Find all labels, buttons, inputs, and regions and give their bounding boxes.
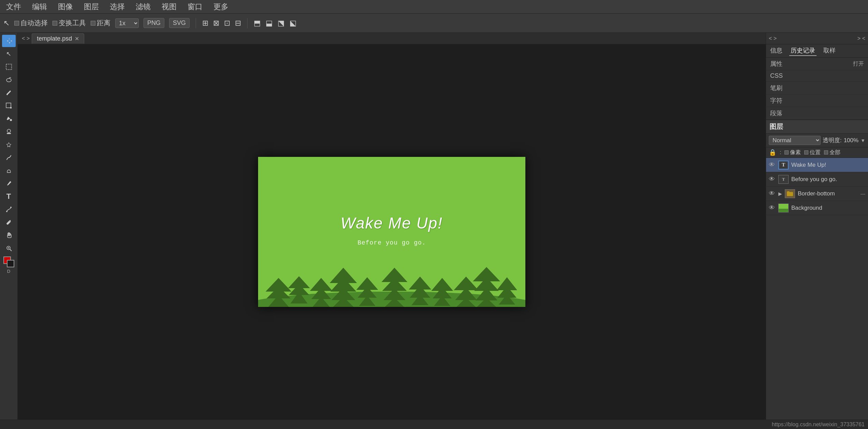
transform-toggle[interactable]: 变换工具 [53,18,86,28]
svg-rect-0 [6,64,12,70]
lock-position-label: 位置 [810,149,821,156]
dodge-tool[interactable] [2,164,16,177]
svg-rect-3 [6,103,11,108]
menu-window[interactable]: 窗口 [185,1,205,13]
transform-checkbox[interactable] [53,21,57,26]
layer-mode-select[interactable]: Normal Multiply Screen Overlay [769,136,821,145]
layer-thumb-before-you-go: T [778,175,789,184]
menu-view[interactable]: 视图 [160,1,179,13]
svg-button[interactable]: SVG [169,18,190,28]
file-tab[interactable]: template.psd ✕ [32,33,84,44]
tab-close-icon[interactable]: ✕ [75,35,79,42]
layer-name-background: Background [791,205,865,211]
align-center-icon[interactable]: ⊠ [213,19,219,28]
layer-visibility-border-bottom[interactable]: 👁 [769,190,776,197]
canvas-container: < > template.psd ✕ Wake Me Up! Before yo… [18,33,766,419]
menu-more[interactable]: 更多 [211,1,230,13]
lock-all-checkbox[interactable] [824,150,828,154]
props-label: 属性 [770,60,782,68]
eyedropper-tool[interactable] [2,216,16,228]
opacity-label: 透明度: [823,136,842,144]
svg-rect-7 [7,133,11,134]
align-right-icon[interactable]: ⊡ [224,19,230,28]
prop-row-para[interactable]: 段落 [766,107,868,120]
blur-tool[interactable] [2,138,16,151]
lock-pixel-toggle[interactable]: 像素 [784,149,801,156]
background-color[interactable] [7,260,14,267]
opacity-value[interactable]: 100% [844,137,858,144]
move-tool[interactable] [2,35,16,47]
prop-row-brush[interactable]: 笔刷 [766,82,868,94]
text-tool[interactable]: T [2,190,16,203]
tab-info[interactable]: 信息 [769,46,784,56]
layer-expand-border-bottom[interactable]: ▶ [778,191,782,196]
layers-controls: Normal Multiply Screen Overlay 透明度: 100%… [766,134,868,147]
menu-image[interactable]: 图像 [56,1,75,13]
distribute-center-icon[interactable]: ⬓ [266,19,273,28]
menu-edit[interactable]: 编辑 [30,1,49,13]
layer-item-background[interactable]: 👁 Background [766,201,868,215]
path-tool[interactable] [2,203,16,216]
toolbar-separator [196,18,196,28]
lock-all-toggle[interactable]: 全部 [824,149,840,156]
arrow-tool[interactable]: ↖ [2,48,16,60]
para-label: 段落 [770,109,782,117]
brush-tool[interactable] [2,87,16,99]
lock-position-checkbox[interactable] [804,150,808,154]
menu-select[interactable]: 选择 [108,1,127,13]
distribute-left-icon[interactable]: ⬒ [254,19,261,28]
svg-rect-4 [10,107,12,108]
align-left-icon[interactable]: ⊞ [202,19,208,28]
menu-layer[interactable]: 图层 [82,1,101,13]
hand-tool[interactable] [2,229,16,241]
tab-sample[interactable]: 取样 [822,46,837,56]
layer-visibility-background[interactable]: 👁 [769,204,776,211]
prop-row-css[interactable]: CSS [766,70,868,82]
layer-item-border-bottom[interactable]: 👁 ▶ Border-bottom — [766,187,868,201]
paint-bucket-tool[interactable] [2,113,16,125]
prop-row-char[interactable]: 字符 [766,94,868,107]
pen-tool[interactable] [2,177,16,190]
layer-item-before-you-go[interactable]: 👁 T Before you go go. [766,172,868,187]
mode-label: D [7,269,10,274]
lock-pixel-checkbox[interactable] [784,150,789,154]
layer-visibility-before-you-go[interactable]: 👁 [769,176,776,183]
layer-item-wake-me-up[interactable]: 👁 T Wake Me Up! [766,158,868,172]
zoom-select[interactable]: 1x 2x 0.5x [115,18,139,28]
distribute-bottom-icon[interactable]: ⬕ [289,19,297,28]
png-button[interactable]: PNG [144,18,164,28]
layer-thumb-wake-me-up: T [778,161,789,169]
svg-marker-19 [266,278,291,292]
zoom-tool[interactable] [2,242,16,254]
smudge-tool[interactable] [2,151,16,164]
layer-visibility-wake-me-up[interactable]: 👁 [769,161,776,168]
canvas-main-text: Wake Me Up! [341,214,443,232]
layers-list: 👁 T Wake Me Up! 👁 T Before you go go. [766,158,868,419]
tab-history[interactable]: 历史记录 [789,46,817,56]
marquee-tool[interactable] [2,61,16,73]
lock-icon: 🔒 [769,149,776,156]
collapse-left-icon[interactable]: < > [20,35,32,42]
color-swatches[interactable] [3,256,14,267]
canvas-area[interactable]: Wake Me Up! Before you go go. [18,44,766,419]
auto-select-toggle[interactable]: 自动选择 [14,18,48,28]
panel-nav-left[interactable]: < > [769,35,777,42]
panel-props: 属性 打开 CSS 笔刷 字符 段落 [766,58,868,120]
transform-tool[interactable] [2,100,16,112]
stamp-tool[interactable] [2,125,16,138]
auto-select-checkbox[interactable] [14,21,19,26]
panel-nav-right[interactable]: > < [857,35,865,42]
lock-position-toggle[interactable]: 位置 [804,149,821,156]
svg-point-6 [7,129,11,133]
move-tool-icon[interactable]: ↖ [3,19,10,28]
prop-row-props[interactable]: 属性 打开 [766,58,868,70]
distance-toggle[interactable]: 距离 [91,18,110,28]
align-justify-icon[interactable]: ⊟ [235,19,241,28]
distance-checkbox[interactable] [91,21,95,26]
opacity-dropdown-icon[interactable]: ▼ [860,138,865,143]
distribute-right-icon[interactable]: ⬔ [278,19,285,28]
lasso-tool[interactable] [2,74,16,86]
menu-file[interactable]: 文件 [4,1,23,13]
auto-select-label: 自动选择 [20,18,48,28]
menu-filter[interactable]: 滤镜 [134,1,153,13]
